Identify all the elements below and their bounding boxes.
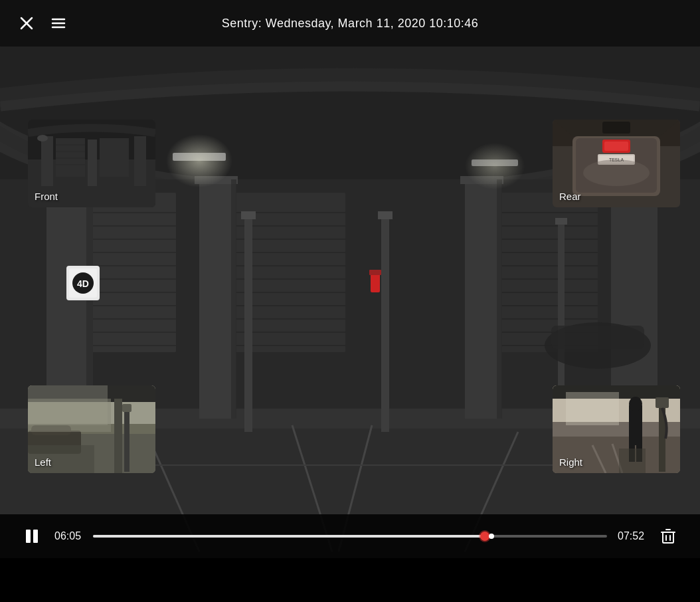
controls-bar: 06:05 07:52: [0, 514, 700, 558]
svg-rect-85: [551, 326, 644, 349]
pause-icon: [23, 527, 41, 546]
svg-rect-139: [33, 530, 38, 543]
play-pause-button[interactable]: [20, 524, 44, 548]
svg-rect-138: [26, 530, 31, 543]
svg-rect-58: [231, 179, 236, 419]
svg-rect-91: [134, 136, 146, 186]
right-camera-overlay[interactable]: Right: [553, 385, 680, 473]
current-time: 06:05: [54, 530, 82, 542]
menu-button[interactable]: [48, 13, 69, 34]
svg-rect-79: [369, 270, 381, 275]
svg-rect-115: [114, 399, 122, 473]
svg-rect-66: [381, 213, 389, 432]
svg-rect-93: [100, 138, 129, 177]
progress-handle-dot: [489, 534, 494, 539]
svg-rect-69: [555, 218, 567, 225]
svg-rect-117: [122, 404, 131, 412]
svg-rect-104: [604, 142, 628, 151]
svg-point-73: [465, 143, 525, 189]
right-camera-label: Right: [559, 456, 582, 468]
front-camera-label: Front: [35, 191, 58, 202]
svg-point-71: [166, 134, 232, 187]
svg-rect-64: [244, 213, 252, 432]
topbar: Sentry: Wednesday, March 11, 2020 10:10:…: [0, 0, 700, 47]
progress-bar[interactable]: [93, 535, 607, 538]
svg-rect-61: [497, 179, 502, 419]
svg-point-129: [629, 397, 642, 411]
svg-rect-67: [378, 211, 393, 219]
svg-rect-140: [663, 532, 673, 543]
front-camera-overlay[interactable]: Front: [28, 120, 155, 207]
svg-point-108: [583, 159, 650, 186]
svg-text:4D: 4D: [77, 278, 89, 289]
svg-rect-59: [465, 179, 501, 419]
svg-rect-133: [656, 397, 669, 408]
close-icon: [19, 15, 35, 31]
delete-button[interactable]: [656, 524, 680, 548]
close-button[interactable]: [16, 13, 37, 34]
svg-rect-92: [56, 138, 85, 177]
progress-handle[interactable]: [480, 532, 489, 541]
svg-rect-89: [41, 136, 53, 186]
left-camera-label: Left: [35, 456, 51, 468]
video-title: Sentry: Wednesday, March 11, 2020 10:10:…: [222, 17, 479, 31]
left-camera-overlay[interactable]: Left: [28, 385, 155, 473]
menu-icon: [50, 15, 66, 31]
total-time: 07:52: [618, 530, 646, 542]
svg-rect-65: [241, 211, 256, 219]
svg-rect-116: [124, 405, 130, 472]
svg-rect-78: [371, 272, 380, 292]
svg-rect-137: [619, 449, 646, 473]
svg-rect-109: [602, 122, 630, 134]
svg-rect-134: [566, 392, 619, 425]
svg-rect-121: [28, 399, 111, 432]
trash-icon: [659, 527, 677, 546]
svg-rect-90: [88, 140, 97, 186]
svg-point-98: [37, 135, 48, 142]
progress-fill: [93, 535, 489, 538]
video-area: 4D F: [0, 47, 700, 558]
rear-camera-overlay[interactable]: TESLA Rear: [553, 120, 680, 207]
rear-camera-label: Rear: [559, 191, 581, 202]
svg-rect-56: [199, 179, 236, 419]
